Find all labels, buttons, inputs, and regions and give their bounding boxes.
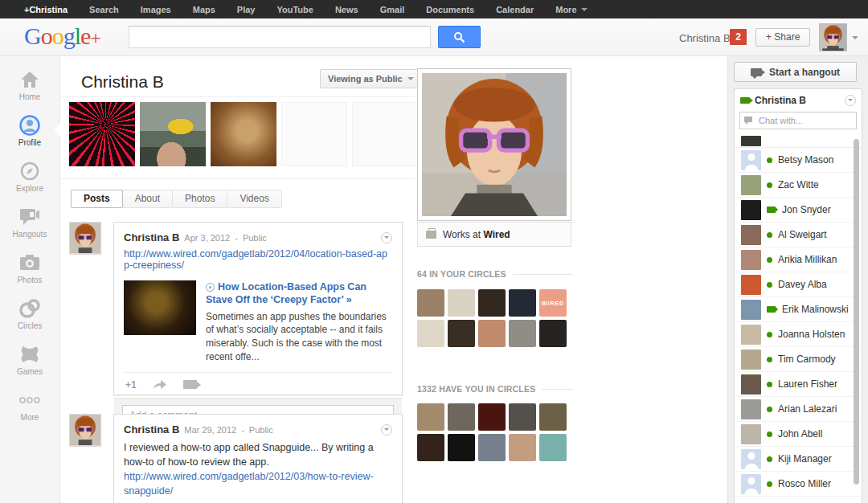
chat-scrollbar[interactable] bbox=[854, 139, 859, 485]
tab-photos[interactable]: Photos bbox=[172, 190, 227, 208]
divider bbox=[61, 96, 415, 97]
presence-icon bbox=[767, 182, 772, 188]
circle-member-avatar[interactable] bbox=[417, 434, 444, 461]
list-item[interactable]: Arikia Millikan bbox=[735, 247, 862, 272]
list-item[interactable]: Jon Snyder bbox=[735, 198, 862, 223]
circle-member-avatar[interactable] bbox=[478, 434, 506, 461]
nav-more-menu[interactable]: More bbox=[555, 5, 587, 14]
post-author[interactable]: Christina B bbox=[124, 423, 179, 436]
list-item[interactable]: Arian Lalezari bbox=[735, 397, 862, 422]
plus-one-button[interactable]: +1 bbox=[125, 379, 137, 391]
sidebar-item-explore[interactable]: Explore bbox=[0, 161, 59, 193]
attachment-title[interactable]: How Location-Based Apps Can Stave Off th… bbox=[206, 280, 392, 307]
circle-member-avatar[interactable] bbox=[417, 289, 444, 317]
post-author-avatar[interactable] bbox=[69, 414, 101, 446]
profile-photo[interactable] bbox=[417, 68, 571, 221]
tab-posts[interactable]: Posts bbox=[71, 190, 123, 208]
circle-member-avatar[interactable] bbox=[509, 434, 536, 461]
circle-member-avatar[interactable] bbox=[509, 289, 536, 317]
post-options-button[interactable] bbox=[381, 424, 392, 436]
circle-member-avatar[interactable] bbox=[417, 320, 444, 347]
search-input[interactable] bbox=[129, 26, 431, 48]
sidebar-item-home[interactable]: Home bbox=[0, 69, 59, 101]
circle-member-avatar[interactable] bbox=[509, 320, 536, 347]
circle-member-avatar[interactable] bbox=[448, 434, 475, 461]
nav-youtube[interactable]: YouTube bbox=[277, 5, 313, 14]
list-item[interactable]: Rosco Miller bbox=[735, 472, 862, 497]
sidebar-item-more[interactable]: More bbox=[0, 390, 59, 422]
start-hangout-button[interactable]: Start a hangout bbox=[734, 62, 857, 82]
chat-search-input[interactable] bbox=[739, 112, 857, 129]
contact-avatar bbox=[741, 300, 761, 320]
circle-member-avatar[interactable] bbox=[539, 434, 567, 461]
sidebar-item-games[interactable]: Games bbox=[0, 344, 59, 376]
circle-member-avatar[interactable] bbox=[539, 320, 567, 347]
sidebar-item-hangouts[interactable]: Hangouts bbox=[0, 207, 59, 239]
works-at-label: Works at Wired bbox=[443, 229, 510, 240]
hangout-action-icon[interactable] bbox=[183, 380, 197, 389]
circle-member-avatar[interactable] bbox=[417, 403, 444, 431]
scrapbook-photo-1[interactable] bbox=[69, 102, 135, 166]
post-author-avatar[interactable] bbox=[69, 222, 101, 254]
active-item-notch bbox=[54, 124, 60, 137]
circle-member-avatar[interactable] bbox=[478, 320, 506, 347]
nav-gmail[interactable]: Gmail bbox=[380, 5, 405, 14]
list-item[interactable]: Davey Alba bbox=[735, 272, 862, 297]
post-link[interactable]: http://www.wired.com/gadgetlab/2012/04/l… bbox=[114, 243, 402, 271]
circle-member-avatar[interactable] bbox=[448, 320, 475, 347]
nav-plus-christina[interactable]: +Christina bbox=[24, 5, 68, 14]
viewing-as-button[interactable]: Viewing as Public bbox=[320, 69, 422, 88]
nav-play[interactable]: Play bbox=[237, 5, 256, 14]
list-item[interactable]: Tim Carmody bbox=[735, 347, 862, 372]
list-item[interactable]: John Abell bbox=[735, 422, 862, 447]
tab-videos[interactable]: Videos bbox=[227, 190, 281, 208]
share-button[interactable]: + Share bbox=[755, 28, 810, 47]
circle-member-avatar[interactable] bbox=[478, 289, 506, 317]
circle-member-avatar[interactable] bbox=[448, 403, 475, 431]
circle-member-avatar[interactable] bbox=[539, 403, 567, 431]
list-item[interactable]: Betsy Mason bbox=[735, 148, 862, 173]
scrapbook-photo-empty-2[interactable] bbox=[352, 102, 418, 166]
nav-calendar[interactable]: Calendar bbox=[496, 5, 534, 14]
nav-documents[interactable]: Documents bbox=[426, 5, 474, 14]
circle-member-avatar-wired[interactable]: WIRED bbox=[539, 289, 567, 317]
post-link[interactable]: http://www.wired.com/gadgetlab/2012/03/h… bbox=[124, 471, 374, 497]
account-menu-caret[interactable] bbox=[852, 36, 858, 39]
google-plus-logo[interactable]: Google+ bbox=[24, 22, 100, 50]
nav-search[interactable]: Search bbox=[89, 5, 119, 14]
share-icon[interactable] bbox=[153, 379, 167, 390]
list-item[interactable]: Erik Malinowski bbox=[735, 297, 862, 322]
tab-about[interactable]: About bbox=[122, 190, 173, 208]
circle-member-avatar[interactable] bbox=[509, 403, 536, 431]
account-name[interactable]: Christina B bbox=[679, 32, 731, 44]
circle-member-avatar[interactable] bbox=[478, 403, 506, 431]
list-item[interactable]: Kiji Manager bbox=[735, 447, 862, 472]
chat-options-button[interactable] bbox=[845, 95, 856, 106]
list-item[interactable]: Zac Witte bbox=[735, 173, 862, 198]
list-item[interactable]: Al Sweigart bbox=[735, 223, 862, 247]
account-avatar[interactable] bbox=[819, 23, 847, 51]
scrapbook-photo-empty-1[interactable] bbox=[281, 102, 347, 166]
post-visibility[interactable]: Public bbox=[243, 233, 267, 243]
presence-icon bbox=[767, 332, 772, 337]
post-options-button[interactable] bbox=[381, 232, 392, 243]
list-item[interactable] bbox=[735, 136, 862, 148]
nav-news[interactable]: News bbox=[335, 5, 358, 14]
attachment-thumbnail[interactable] bbox=[124, 280, 196, 335]
scrapbook-photo-2[interactable] bbox=[140, 102, 206, 166]
circle-member-avatar[interactable] bbox=[448, 289, 475, 317]
post-visibility[interactable]: Public bbox=[249, 425, 273, 435]
list-item[interactable]: Joanna Holsten bbox=[735, 322, 862, 347]
works-at-box: Works at Wired bbox=[417, 222, 571, 247]
notifications-badge[interactable]: 2 bbox=[730, 29, 747, 45]
list-item[interactable]: Lauren Fisher bbox=[735, 372, 862, 397]
post-author[interactable]: Christina B bbox=[124, 231, 179, 243]
contact-avatar bbox=[741, 150, 761, 170]
nav-images[interactable]: Images bbox=[141, 5, 171, 14]
sidebar-item-circles[interactable]: Circles bbox=[0, 298, 59, 330]
nav-maps[interactable]: Maps bbox=[193, 5, 215, 14]
sidebar-item-photos[interactable]: Photos bbox=[0, 252, 59, 284]
sidebar-item-profile[interactable]: Profile bbox=[0, 115, 59, 147]
scrapbook-photo-3[interactable] bbox=[211, 102, 276, 166]
search-button[interactable] bbox=[438, 26, 481, 48]
